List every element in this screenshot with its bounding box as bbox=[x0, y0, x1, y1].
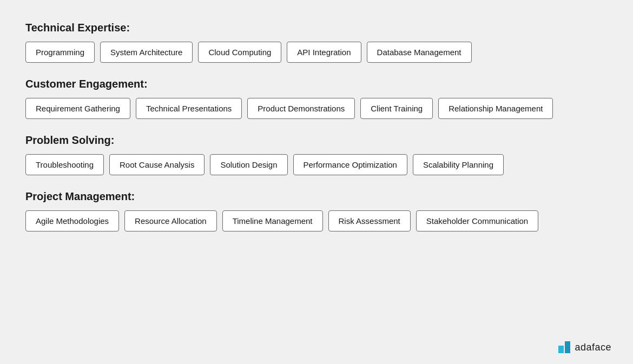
section-technical-expertise: Technical Expertise:ProgrammingSystem Ar… bbox=[25, 22, 608, 63]
skill-tag[interactable]: Programming bbox=[25, 42, 95, 63]
skill-tag[interactable]: Database Management bbox=[367, 42, 472, 63]
tags-container-technical-expertise: ProgrammingSystem ArchitectureCloud Comp… bbox=[25, 42, 608, 63]
logo-icon bbox=[558, 341, 570, 353]
skill-tag[interactable]: Risk Assessment bbox=[328, 210, 411, 231]
skill-tag[interactable]: Technical Presentations bbox=[136, 98, 242, 119]
skill-tag[interactable]: System Architecture bbox=[100, 42, 193, 63]
section-title-customer-engagement: Customer Engagement: bbox=[25, 78, 608, 90]
skill-tag[interactable]: Solution Design bbox=[210, 154, 287, 175]
section-project-management: Project Management:Agile MethodologiesRe… bbox=[25, 190, 608, 231]
tags-container-problem-solving: TroubleshootingRoot Cause AnalysisSoluti… bbox=[25, 154, 608, 175]
skill-tag[interactable]: Timeline Management bbox=[222, 210, 323, 231]
skill-tag[interactable]: Requirement Gathering bbox=[25, 98, 130, 119]
section-customer-engagement: Customer Engagement:Requirement Gatherin… bbox=[25, 78, 608, 119]
logo: adaface bbox=[558, 341, 611, 353]
skill-tag[interactable]: API Integration bbox=[287, 42, 361, 63]
skill-tag[interactable]: Root Cause Analysis bbox=[109, 154, 205, 175]
section-title-project-management: Project Management: bbox=[25, 190, 608, 203]
skill-tag[interactable]: Stakeholder Communication bbox=[416, 210, 538, 231]
section-title-technical-expertise: Technical Expertise: bbox=[25, 22, 608, 34]
logo-bar-tall bbox=[565, 341, 570, 353]
skill-tag[interactable]: Resource Allocation bbox=[124, 210, 217, 231]
skill-tag[interactable]: Cloud Computing bbox=[198, 42, 281, 63]
logo-bar-short bbox=[558, 346, 564, 353]
skill-tag[interactable]: Performance Optimization bbox=[293, 154, 407, 175]
tags-container-customer-engagement: Requirement GatheringTechnical Presentat… bbox=[25, 98, 608, 119]
section-problem-solving: Problem Solving:TroubleshootingRoot Caus… bbox=[25, 134, 608, 175]
skill-tag[interactable]: Troubleshooting bbox=[25, 154, 104, 175]
skill-tag[interactable]: Scalability Planning bbox=[413, 154, 504, 175]
section-title-problem-solving: Problem Solving: bbox=[25, 134, 608, 147]
skill-tag[interactable]: Product Demonstrations bbox=[247, 98, 355, 119]
logo-text: adaface bbox=[575, 342, 611, 353]
tags-container-project-management: Agile MethodologiesResource AllocationTi… bbox=[25, 210, 608, 231]
skill-tag[interactable]: Client Training bbox=[360, 98, 433, 119]
skill-tag[interactable]: Agile Methodologies bbox=[25, 210, 119, 231]
skill-tag[interactable]: Relationship Management bbox=[438, 98, 553, 119]
